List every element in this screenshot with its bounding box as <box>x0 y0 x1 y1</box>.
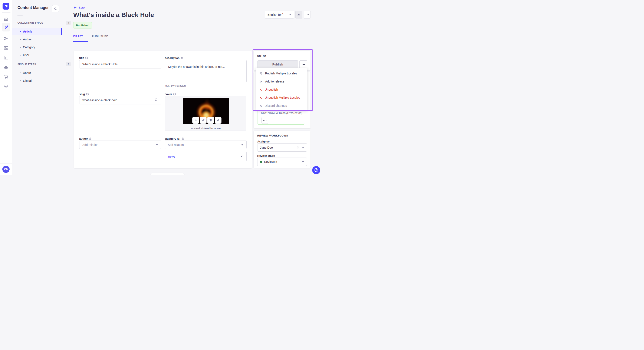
section-collection-types: COLLECTION TYPES <box>18 21 43 24</box>
copy-link-button[interactable] <box>200 117 206 124</box>
collapsed-bottom-panel[interactable] <box>150 173 184 175</box>
active-tab-indicator <box>73 41 88 42</box>
assignee-label: Assignee <box>257 140 270 143</box>
back-link[interactable]: Back <box>73 6 85 9</box>
subnav-divider <box>18 15 22 15</box>
label-text: cover <box>164 93 172 96</box>
category-tag-row: news <box>164 152 246 161</box>
avatar[interactable]: KD <box>2 166 10 173</box>
paper-plane-icon <box>259 80 263 83</box>
menu-item-discard-changes[interactable]: Discard changes <box>256 102 307 110</box>
bullet-icon <box>20 47 21 48</box>
release-more-button[interactable] <box>261 117 268 124</box>
slug-input[interactable] <box>79 96 161 104</box>
strapi-logo[interactable] <box>2 3 9 9</box>
title-input[interactable] <box>79 60 161 68</box>
cross-icon <box>259 88 262 91</box>
add-media-button[interactable] <box>192 117 199 124</box>
edit-form-card: title description Maybe the answer is in… <box>74 51 252 168</box>
sidebar-item-about[interactable]: About <box>12 69 62 77</box>
publish-button[interactable]: Publish <box>257 60 298 68</box>
more-icon <box>263 120 266 121</box>
description-helper: max. 80 characters <box>164 84 186 87</box>
home-icon[interactable] <box>4 16 8 21</box>
entry-more-button[interactable] <box>300 60 307 68</box>
globe-icon <box>85 57 88 59</box>
category-tag-news[interactable]: news <box>168 155 175 158</box>
menu-item-unpublish[interactable]: Unpublish <box>256 85 307 94</box>
regenerate-slug-button[interactable] <box>154 98 158 102</box>
review-stage-label: Review stage <box>257 154 275 157</box>
sidebar-item-article[interactable]: Article <box>12 28 62 35</box>
field-label-category: category (1) <box>164 137 184 140</box>
download-button[interactable] <box>296 11 302 18</box>
clear-icon[interactable] <box>297 146 300 149</box>
sidebar-item-category[interactable]: Category <box>12 43 62 51</box>
marketplace-cart-icon[interactable] <box>4 74 8 79</box>
releases-plane-icon[interactable] <box>4 36 8 41</box>
edit-media-button[interactable] <box>215 117 222 124</box>
field-label-title: title <box>79 56 88 59</box>
bullet-icon <box>20 72 21 73</box>
main-nav-rail: KD <box>0 0 12 175</box>
sidebar-item-label: Author <box>23 38 32 41</box>
globe-icon <box>89 137 92 140</box>
globe-icon <box>173 93 176 95</box>
author-relation-select[interactable]: Add relation <box>79 141 161 149</box>
stage-value: Reviewed <box>264 160 277 164</box>
bullet-icon <box>20 80 21 81</box>
active-edge-bar <box>61 28 62 35</box>
content-type-builder-icon[interactable] <box>4 55 8 60</box>
stage-status-dot <box>260 161 262 163</box>
description-textarea[interactable]: Maybe the answer is in this article, or … <box>164 60 246 82</box>
single-types-count: 2 <box>66 62 71 66</box>
locale-select[interactable]: English (en) <box>265 11 294 18</box>
review-stage-select[interactable]: Reviewed <box>257 158 307 166</box>
pencil-icon <box>216 119 220 122</box>
label-text: author <box>79 137 88 140</box>
settings-gear-icon[interactable] <box>4 84 8 89</box>
select-placeholder: Add relation <box>82 143 98 147</box>
menu-item-label: Add to release <box>265 80 284 83</box>
tab-published[interactable]: PUBLISHED <box>92 35 108 38</box>
category-relation-select[interactable]: Add relation <box>164 141 246 149</box>
menu-item-label: Discard changes <box>265 104 287 107</box>
content-manager-feather-icon[interactable] <box>4 25 8 30</box>
field-label-cover: cover <box>164 93 176 96</box>
cover-filename: what-s-inside-a-black-hole <box>165 127 246 130</box>
menu-item-add-to-release[interactable]: Add to release <box>256 77 307 85</box>
search-button[interactable] <box>52 5 59 12</box>
status-badge: Published <box>73 22 92 28</box>
help-button[interactable] <box>312 166 320 174</box>
field-label-author: author <box>79 137 92 140</box>
assignee-select[interactable]: Jane Doe <box>257 143 307 152</box>
globe-icon <box>180 57 183 59</box>
release-scheduled-date: 09/11/2024 at 16:00 (UTC+02:00) <box>261 112 302 115</box>
sidebar-item-global[interactable]: Global <box>12 77 62 85</box>
remove-tag-icon[interactable] <box>240 155 243 158</box>
assignee-value: Jane Doe <box>260 146 273 149</box>
media-library-icon[interactable] <box>4 45 8 50</box>
menu-item-label: Publish Multiple Locales <box>265 72 297 75</box>
bullet-icon <box>20 31 21 32</box>
cover-toolbar <box>192 117 222 124</box>
cloud-icon[interactable] <box>4 65 8 70</box>
sidebar-item-author[interactable]: Author <box>12 35 62 43</box>
sidebar-item-user[interactable]: User <box>12 51 62 59</box>
chevron-down-icon <box>302 147 304 148</box>
tab-label: DRAFT <box>73 35 83 38</box>
label-text: title <box>79 56 84 59</box>
review-workflows-panel: REVIEW WORKFLOWS Assignee Jane Doe Revie… <box>254 131 310 168</box>
label-text: description <box>164 56 180 59</box>
cross-icon <box>259 96 262 99</box>
menu-item-unpublish-multiple-locales[interactable]: Unpublish Multiple Locales <box>256 94 307 102</box>
field-label-description: description <box>164 56 183 59</box>
tab-label: PUBLISHED <box>92 35 108 38</box>
menu-item-publish-multiple-locales[interactable]: Publish Multiple Locales <box>256 69 307 77</box>
tab-draft[interactable]: DRAFT <box>73 35 83 38</box>
bullet-icon <box>20 39 21 40</box>
delete-media-button[interactable] <box>207 117 214 124</box>
sidebar-item-label: About <box>23 71 31 75</box>
chevron-down-icon <box>289 14 291 15</box>
more-actions-button[interactable] <box>304 11 311 18</box>
